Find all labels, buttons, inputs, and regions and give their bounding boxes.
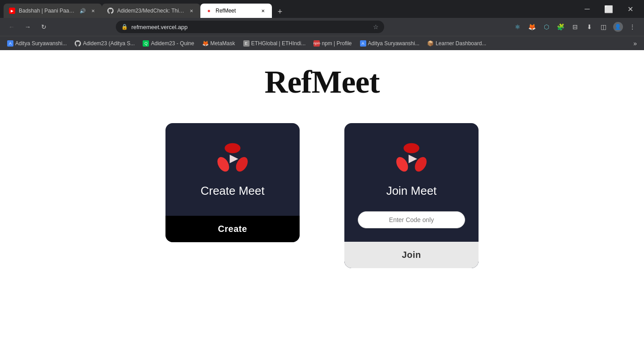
bookmark-aditya2[interactable]: A Aditya Suryawanshi... — [356, 39, 423, 48]
bookmark-npm[interactable]: npm npm | Profile — [310, 39, 355, 48]
bookmark-label-5: ETHGlobal | ETHIndi... — [251, 40, 306, 47]
back-button[interactable]: ← — [5, 21, 18, 33]
react-devtools-icon[interactable]: ⚛ — [512, 21, 524, 33]
svg-marker-4 — [230, 154, 238, 163]
join-card-label: Join Meet — [386, 184, 437, 198]
bookmark-favicon-7: A — [360, 40, 366, 47]
tab-refmeet[interactable]: ● RefMeet ✕ — [200, 4, 272, 18]
star-icon[interactable]: ☆ — [373, 23, 379, 30]
youtube-favicon: ▶ — [9, 8, 15, 14]
bookmark-label-7: Aditya Suryawanshi... — [368, 40, 419, 47]
tabs-container: ▶ Badshah | Paani Paani | Offi... 🔊 ✕ Ad… — [4, 0, 577, 18]
cards-container: Create Meet Create Join Meet Join — [165, 123, 479, 268]
bookmark-label-6: npm | Profile — [322, 40, 352, 47]
bookmark-github[interactable]: Adidem23 (Aditya S... — [71, 39, 138, 48]
create-card-label: Create Meet — [200, 184, 264, 198]
ipfs-icon[interactable]: ⬡ — [540, 21, 553, 33]
svg-point-2 — [233, 155, 250, 174]
menu-icon[interactable]: ⋮ — [626, 21, 639, 33]
bookmarks-more-button[interactable]: » — [630, 39, 640, 48]
bookmark-label-1: Aditya Suryawanshi... — [15, 40, 67, 47]
svg-point-7 — [394, 155, 411, 174]
url-icons: ☆ — [373, 23, 379, 30]
tab-refmeet-close[interactable]: ✕ — [259, 7, 267, 14]
svg-marker-8 — [409, 154, 417, 163]
sidebar-icon[interactable]: ⊟ — [569, 21, 581, 33]
url-bar[interactable]: 🔒 refmemeet.vercel.app ☆ — [116, 21, 384, 33]
create-meet-card: Create Meet Create — [165, 123, 300, 242]
bookmark-favicon-6: npm — [314, 40, 320, 47]
bookmark-label-2: Adidem23 (Aditya S... — [83, 40, 135, 47]
minimize-button[interactable]: ─ — [577, 0, 597, 18]
forward-button[interactable]: → — [21, 21, 34, 33]
tab-refmeet-title: RefMeet — [216, 8, 256, 14]
maximize-button[interactable]: ⬜ — [598, 0, 619, 18]
close-button[interactable]: ✕ — [620, 0, 640, 18]
svg-point-3 — [215, 155, 232, 174]
create-card-logo — [215, 141, 250, 177]
metamask-icon[interactable]: 🦊 — [526, 21, 538, 33]
refmeet-favicon: ● — [206, 8, 212, 14]
browser-chrome: ▶ Badshah | Paani Paani | Offi... 🔊 ✕ Ad… — [0, 0, 644, 50]
lock-icon: 🔒 — [121, 24, 128, 30]
bookmark-favicon-5: E — [243, 40, 250, 47]
toolbar-icons: ⚛ 🦊 ⬡ 🧩 ⊟ ⬇ ◫ 👤 ⋮ — [512, 21, 639, 33]
svg-point-6 — [412, 155, 429, 174]
bookmark-metamask[interactable]: 🦊 MetaMask — [199, 39, 238, 48]
bookmark-favicon-4: 🦊 — [202, 40, 208, 47]
bookmark-favicon-8: 📦 — [428, 40, 434, 47]
create-button[interactable]: Create — [165, 216, 300, 242]
url-text: refmemeet.vercel.app — [131, 24, 369, 30]
address-bar: ← → ↻ 🔒 refmemeet.vercel.app ☆ ⚛ 🦊 ⬡ 🧩 ⊟… — [0, 18, 644, 36]
join-card-logo — [394, 141, 429, 177]
code-input[interactable] — [358, 211, 465, 228]
bookmark-favicon-1: A — [7, 40, 13, 47]
tab-youtube[interactable]: ▶ Badshah | Paani Paani | Offi... 🔊 ✕ — [4, 4, 102, 18]
bookmark-ethglobal[interactable]: E ETHGlobal | ETHIndi... — [240, 39, 309, 48]
download-icon[interactable]: ⬇ — [583, 21, 596, 33]
profile-icon[interactable]: 👤 — [612, 21, 624, 33]
bookmark-favicon-2 — [75, 40, 81, 47]
split-screen-icon[interactable]: ◫ — [597, 21, 610, 33]
bookmark-favicon-3: Q — [143, 40, 149, 47]
tab-github-title: Adidem23/MedCheck: This is M... — [117, 8, 184, 14]
extensions-icon[interactable]: 🧩 — [555, 21, 567, 33]
audio-icon: 🔊 — [80, 8, 86, 14]
window-controls: ─ ⬜ ✕ — [577, 0, 640, 18]
page-content: RefMeet Create Meet Create — [0, 50, 644, 338]
app-title: RefMeet — [265, 64, 380, 101]
tab-github[interactable]: Adidem23/MedCheck: This is M... ✕ — [102, 4, 200, 18]
reload-button[interactable]: ↻ — [38, 21, 50, 33]
svg-point-1 — [225, 143, 240, 153]
tab-youtube-title: Badshah | Paani Paani | Offi... — [19, 8, 76, 14]
github-favicon — [107, 8, 114, 14]
join-button[interactable]: Join — [344, 242, 479, 268]
bookmark-label-8: Learner Dashboard... — [436, 40, 486, 47]
tab-bar: ▶ Badshah | Paani Paani | Offi... 🔊 ✕ Ad… — [0, 0, 644, 18]
new-tab-button[interactable]: + — [274, 5, 286, 18]
svg-point-5 — [403, 143, 419, 153]
bookmark-label-3: Adidem23 - Quine — [151, 40, 194, 47]
bookmark-quine[interactable]: Q Adidem23 - Quine — [139, 39, 198, 48]
bookmark-learner[interactable]: 📦 Learner Dashboard... — [424, 39, 490, 48]
bookmark-aditya1[interactable]: A Aditya Suryawanshi... — [4, 39, 70, 48]
tab-youtube-close[interactable]: ✕ — [89, 7, 97, 14]
tab-github-close[interactable]: ✕ — [188, 7, 195, 14]
bookmarks-bar: A Aditya Suryawanshi... Adidem23 (Aditya… — [0, 36, 644, 50]
join-meet-card: Join Meet Join — [344, 123, 479, 268]
bookmark-label-4: MetaMask — [210, 40, 235, 47]
